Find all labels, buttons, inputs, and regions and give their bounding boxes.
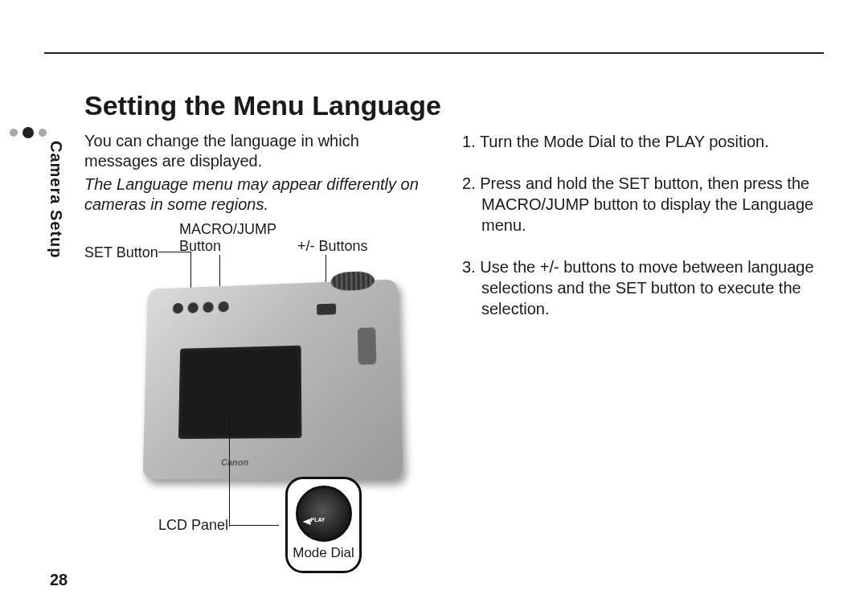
region-note: The Language menu may appear differently… bbox=[84, 174, 430, 215]
set-button-annotation: SET Button bbox=[84, 244, 158, 261]
camera-button-icon bbox=[317, 303, 336, 314]
camera-lcd-icon bbox=[178, 346, 301, 439]
left-column: You can change the language in which mes… bbox=[84, 92, 430, 567]
dot-active-icon bbox=[23, 127, 34, 138]
step-item: Turn the Mode Dial to the PLAY position. bbox=[462, 131, 824, 152]
content-area: You can change the language in which mes… bbox=[84, 92, 824, 567]
step-item: Press and hold the SET button, then pres… bbox=[462, 173, 824, 236]
callout-line bbox=[229, 525, 279, 526]
callout-line bbox=[229, 414, 230, 527]
right-column: Turn the Mode Dial to the PLAY position.… bbox=[462, 92, 824, 567]
page-number: 28 bbox=[50, 571, 68, 589]
mode-dial-play-label: PLAY bbox=[311, 517, 326, 523]
camera-button-icon bbox=[203, 301, 213, 313]
lcd-panel-annotation: LCD Panel bbox=[158, 517, 228, 534]
mode-dial-inset: PLAY Mode Dial bbox=[285, 477, 362, 573]
camera-brand-text: Canon bbox=[221, 457, 248, 467]
instruction-steps: Turn the Mode Dial to the PLAY position.… bbox=[462, 131, 824, 319]
section-indicator-dots bbox=[10, 127, 47, 138]
camera-dial-icon bbox=[330, 271, 375, 291]
dot-icon bbox=[10, 129, 18, 137]
mode-dial-pointer-icon bbox=[303, 519, 311, 525]
dot-icon bbox=[39, 129, 47, 137]
camera-diagram: SET Button MACRO/JUMP Button +/- Buttons… bbox=[84, 221, 430, 567]
camera-button-icon bbox=[173, 303, 183, 314]
camera-button-icon bbox=[218, 301, 229, 313]
top-horizontal-rule bbox=[44, 52, 824, 54]
macro-jump-annotation: MACRO/JUMP Button bbox=[179, 221, 276, 254]
mode-dial-caption: Mode Dial bbox=[288, 545, 359, 561]
camera-slider-icon bbox=[358, 327, 377, 364]
plus-minus-annotation: +/- Buttons bbox=[297, 238, 368, 255]
camera-illustration: Canon bbox=[143, 279, 403, 479]
mode-dial-icon: PLAY bbox=[296, 486, 352, 542]
intro-text: You can change the language in which mes… bbox=[84, 131, 430, 171]
camera-button-icon bbox=[187, 302, 198, 314]
section-tab-label: Camera Setup bbox=[47, 141, 65, 259]
step-item: Use the +/- buttons to move between lang… bbox=[462, 256, 824, 319]
